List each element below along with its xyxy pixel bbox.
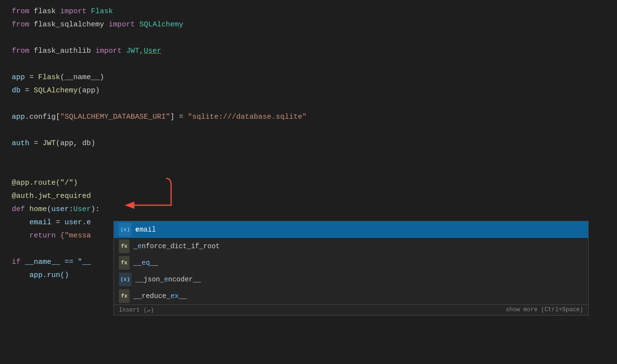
text: __name__ == "__ — [21, 256, 91, 269]
keyword: from — [12, 5, 29, 18]
text: SQLAlchemy — [34, 84, 78, 97]
code-line-6: app .config[ "SQLALCHEMY_DATABASE_URI" ]… — [0, 110, 617, 124]
text: auth — [12, 137, 29, 150]
fn-icon: fx — [119, 289, 130, 303]
text: @auth.jwt_required — [12, 190, 91, 203]
autocomplete-item-enforce[interactable]: fx _enforce_dict_if_root — [114, 238, 588, 255]
fn-icon: fx — [119, 239, 130, 253]
text: .config[ — [25, 110, 60, 124]
text: app.run() — [29, 269, 69, 282]
text: user.e — [65, 216, 91, 229]
code-line-4: app = Flask (__name__) — [0, 71, 617, 84]
text: app — [12, 110, 25, 124]
text: app — [12, 71, 25, 84]
text: = — [29, 137, 43, 150]
text: "SQLALCHEMY_DATABASE_URI" — [60, 110, 170, 124]
text: ): — [91, 203, 100, 216]
text: "sqlite:///database.sqlite" — [188, 110, 307, 124]
text: user — [51, 203, 69, 216]
keyword: import — [60, 5, 87, 18]
text: User — [73, 203, 91, 216]
text: = — [25, 71, 38, 84]
keyword: from — [12, 44, 29, 58]
code-line-empty-1 — [0, 31, 617, 44]
insert-label: Insert (↵) — [119, 306, 154, 314]
text: db — [12, 84, 21, 97]
code-line-10: def home ( user : User ): — [0, 203, 617, 216]
text: {"messa — [56, 229, 91, 242]
code-line-empty-3 — [0, 97, 617, 110]
code-line-2: from flask_sqlalchemy import SQLAlchemy — [0, 18, 617, 31]
autocomplete-item-label: _enforce_dict_if_root — [133, 240, 583, 253]
autocomplete-item-email[interactable]: (x) email — [114, 221, 588, 238]
text — [12, 269, 29, 282]
text: ] = — [170, 110, 188, 124]
autocomplete-item-label: __eq__ — [133, 257, 583, 269]
text: : — [69, 203, 73, 216]
match-text: eq — [142, 259, 150, 267]
text: home — [29, 203, 47, 216]
var-icon: (x) — [119, 273, 132, 286]
code-line-3: from flask_authlib import JWT,User — [0, 44, 617, 58]
fn-icon: fx — [119, 256, 130, 270]
match-text: e — [164, 276, 168, 283]
text: flask_sqlalchemy — [29, 18, 109, 31]
keyword: from — [12, 18, 29, 31]
keyword: import — [109, 18, 135, 31]
keyword: return — [29, 229, 56, 242]
text: Flask — [38, 71, 60, 84]
code-line-1: from flask import Flask — [0, 5, 617, 18]
code-line-9: @auth.jwt_required — [0, 190, 617, 203]
text: (app) — [78, 84, 100, 97]
text: flask — [29, 5, 60, 18]
text: SQLAlchemy — [135, 18, 183, 31]
code-line-empty-2 — [0, 58, 617, 71]
autocomplete-dropdown: (x) email fx _enforce_dict_if_root fx __… — [113, 221, 589, 316]
text: flask_authlib — [29, 44, 95, 58]
keyword: def — [12, 203, 25, 216]
autocomplete-item-label: __reduce_ex__ — [133, 290, 583, 302]
text: @app.route("/") — [12, 176, 78, 190]
text — [12, 229, 29, 242]
autocomplete-item-reduce-ex[interactable]: fx __reduce_ex__ — [114, 288, 588, 304]
text: = — [21, 84, 34, 97]
autocomplete-item-label: email — [135, 223, 583, 236]
text: (app, db) — [56, 137, 95, 150]
autocomplete-item-json-encoder[interactable]: (x) __json_encoder__ — [114, 271, 588, 288]
text: JWT — [43, 137, 56, 150]
autocomplete-item-label: __json_encoder__ — [135, 273, 583, 286]
match-text: e — [135, 226, 139, 234]
code-line-8: @app.route("/") — [0, 176, 617, 190]
code-line-7: auth = JWT (app, db) — [0, 137, 617, 150]
autocomplete-footer: Insert (↵) show more (Ctrl+Space) — [114, 304, 588, 315]
match-text: ex — [171, 292, 179, 300]
text: JWT, — [122, 44, 144, 58]
text: ( — [47, 203, 51, 216]
var-icon: (x) — [119, 223, 132, 236]
code-line-empty-5 — [0, 150, 617, 163]
keyword: if — [12, 256, 21, 269]
autocomplete-item-eq[interactable]: fx __eq__ — [114, 255, 588, 271]
show-more-label: show more (Ctrl+Space) — [506, 306, 583, 314]
text: email — [29, 216, 51, 229]
code-line-empty-6 — [0, 163, 617, 176]
text: User — [144, 44, 161, 58]
text: = — [51, 216, 65, 229]
text — [12, 216, 29, 229]
text: (__name__) — [60, 71, 104, 84]
text — [25, 203, 29, 216]
code-line-5: db = SQLAlchemy (app) — [0, 84, 617, 97]
text: Flask — [87, 5, 113, 18]
keyword: import — [95, 44, 122, 58]
code-line-empty-4 — [0, 124, 617, 137]
match-text: e — [137, 242, 141, 250]
